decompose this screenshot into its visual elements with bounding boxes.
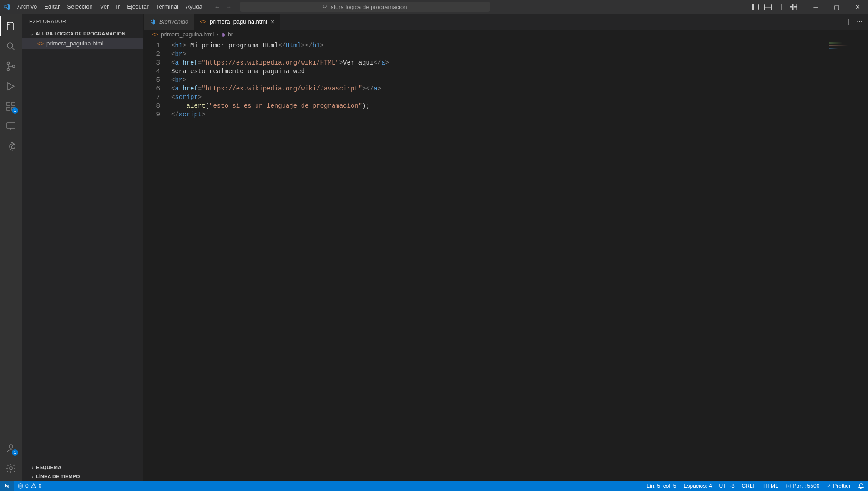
outline-section[interactable]: › ESQUEMA [22,463,143,472]
menu-item[interactable]: Ir [112,0,123,14]
explorer-icon[interactable] [0,16,22,36]
menu-bar: Archivo Editar Selección Ver Ir Ejecutar… [14,0,206,14]
svg-rect-11 [794,7,797,10]
check-icon: ✓ [827,483,831,489]
close-tab-icon[interactable]: × [271,18,274,25]
close-window-button[interactable]: ✕ [847,0,868,14]
warning-icon [30,483,37,489]
svg-rect-7 [782,4,784,10]
svg-rect-18 [7,107,10,110]
tab-file[interactable]: <> primera_paguina.html × [194,14,280,30]
encoding-button[interactable]: UTF-8 [716,481,738,491]
explorer-sidebar: EXPLORADOR ⋯ ⌄ ALURA LOGICA DE PROGRAMAC… [22,14,144,481]
svg-point-14 [7,62,10,65]
editor-tabs: Bienvenido <> primera_paguina.html × ⋯ [144,14,868,30]
nav-forward-icon[interactable]: → [226,4,232,10]
timeline-section[interactable]: › LÍNEA DE TIEMPO [22,472,143,481]
customize-layout-icon[interactable] [789,2,798,12]
prettier-button[interactable]: ✓ Prettier [823,481,854,491]
maximize-button[interactable]: ▢ [826,0,847,14]
svg-rect-3 [752,4,754,10]
line-gutter: 123456789 [144,40,168,481]
language-button[interactable]: HTML [760,481,782,491]
html-file-icon: <> [37,40,44,47]
remote-explorer-icon[interactable] [0,116,22,136]
run-debug-icon[interactable] [0,76,22,96]
minimap[interactable] [829,41,865,60]
notifications-button[interactable] [854,481,868,491]
eol-button[interactable]: CRLF [738,481,760,491]
nav-back-icon[interactable]: ← [214,4,220,10]
chevron-right-icon: › [217,31,218,38]
svg-point-22 [9,445,13,448]
svg-rect-9 [794,4,797,7]
menu-item[interactable]: Ver [96,0,113,14]
port-label: Port : 5500 [793,483,820,489]
more-icon[interactable]: ⋯ [131,19,136,25]
account-badge: 1 [12,449,18,456]
tab-welcome[interactable]: Bienvenido [144,14,194,30]
extensions-icon[interactable]: 1 [0,96,22,116]
more-actions-icon[interactable]: ⋯ [857,18,863,25]
prettier-label: Prettier [833,483,851,489]
svg-rect-20 [12,102,15,105]
svg-line-1 [326,8,327,9]
svg-rect-6 [777,4,784,10]
editor-area: Bienvenido <> primera_paguina.html × ⋯ <… [144,14,868,481]
svg-point-29 [787,486,789,487]
remote-button[interactable] [0,481,14,491]
vscode-logo [0,3,14,10]
code-content[interactable]: <h1> Mi primer programa Html</Html></h1>… [168,40,868,481]
breadcrumb-symbol: br [228,31,233,38]
folder-header[interactable]: ⌄ ALURA LOGICA DE PROGRAMACION [22,29,143,38]
error-icon [17,483,24,489]
svg-rect-5 [765,8,772,10]
tab-label: primera_paguina.html [210,18,267,25]
svg-point-0 [323,5,326,8]
source-control-icon[interactable] [0,56,22,76]
svg-point-16 [13,65,15,68]
menu-item[interactable]: Ayuda [182,0,206,14]
live-server-button[interactable]: Port : 5500 [782,481,823,491]
html-file-icon: <> [152,31,158,38]
section-label: ESQUEMA [36,465,61,470]
toggle-secondary-sidebar-icon[interactable] [776,2,785,12]
symbol-icon: ◈ [221,31,225,38]
toggle-panel-icon[interactable] [763,2,772,12]
extensions-badge: 1 [12,107,18,114]
svg-point-15 [7,69,10,71]
search-activity-icon[interactable] [0,36,22,56]
svg-rect-8 [790,4,793,7]
menu-item[interactable]: Editar [40,0,63,14]
menu-item[interactable]: Ejecutar [123,0,152,14]
code-editor[interactable]: 123456789 <h1> Mi primer programa Html</… [144,40,868,481]
file-tree-item[interactable]: <> primera_paguina.html [22,38,143,49]
bell-icon [858,483,864,489]
broadcast-icon [786,483,791,489]
menu-item[interactable]: Archivo [14,0,40,14]
folder-name: ALURA LOGICA DE PROGRAMACION [35,31,126,36]
search-input[interactable]: alura logica de programacion [240,2,490,12]
errors-count: 0 [25,483,29,489]
svg-rect-4 [765,4,772,10]
activity-bar: 1 1 [0,14,22,481]
toggle-primary-sidebar-icon[interactable] [751,2,760,12]
breadcrumb-file: primera_paguina.html [161,31,214,38]
minimize-button[interactable]: ─ [805,0,826,14]
explorer-title: EXPLORADOR [29,19,66,24]
svg-point-23 [10,467,12,470]
breadcrumb[interactable]: <> primera_paguina.html › ◈ br [144,30,868,40]
svg-rect-21 [7,123,15,128]
menu-item[interactable]: Selección [63,0,96,14]
settings-gear-icon[interactable] [0,458,22,478]
split-editor-icon[interactable] [845,19,852,25]
edge-tools-icon[interactable] [0,136,22,156]
account-icon[interactable]: 1 [0,438,22,458]
cursor-position[interactable]: Lín. 5, col. 5 [643,481,680,491]
section-label: LÍNEA DE TIEMPO [36,474,80,479]
html-file-icon: <> [200,19,206,25]
vscode-icon [149,19,156,25]
menu-item[interactable]: Terminal [152,0,182,14]
problems-button[interactable]: 0 0 [14,481,45,491]
indent-button[interactable]: Espacios: 4 [680,481,716,491]
